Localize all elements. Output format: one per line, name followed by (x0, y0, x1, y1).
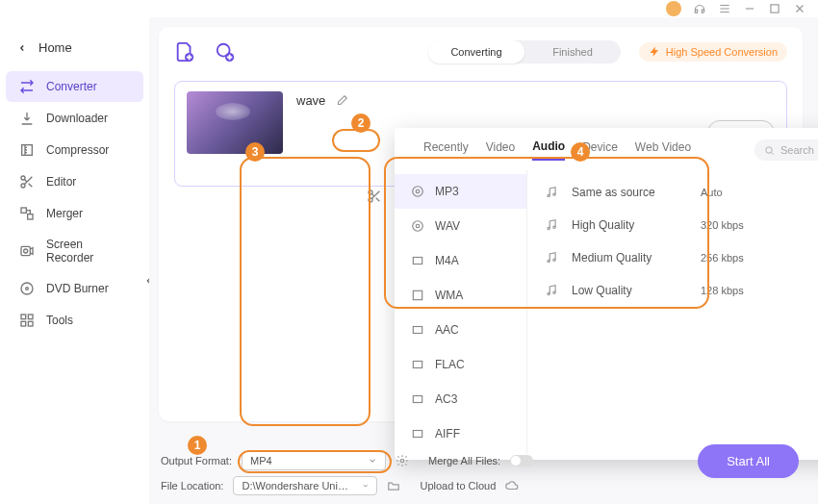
disc-icon (19, 281, 35, 296)
svg-point-9 (26, 288, 29, 290)
merge-label: Merge All Files: (428, 455, 500, 466)
nav-label: Tools (46, 314, 73, 327)
edit-name-icon[interactable] (335, 94, 348, 108)
audio-icon (410, 426, 425, 441)
back-label: Home (38, 40, 72, 55)
chevron-down-icon (362, 481, 369, 491)
sidebar-item-merger[interactable]: Merger (6, 198, 143, 229)
back-home[interactable]: Home (0, 35, 149, 70)
tab-converting[interactable]: Converting (428, 40, 524, 63)
file-location-select[interactable]: D:\Wondershare UniConverter 1 (233, 476, 377, 495)
svg-rect-12 (21, 321, 26, 326)
svg-rect-11 (28, 315, 33, 319)
svg-rect-29 (413, 431, 422, 438)
callout-4: 4 (571, 142, 590, 162)
svg-point-7 (24, 249, 28, 253)
svg-rect-27 (413, 362, 422, 368)
status-toggle: Converting Finished (428, 40, 621, 63)
search-icon (764, 145, 775, 156)
sidebar-item-converter[interactable]: Converter (6, 71, 143, 102)
sidebar-item-screen-recorder[interactable]: Screen Recorder (6, 230, 143, 272)
start-all-button[interactable]: Start All (698, 444, 799, 478)
ring-output-format (238, 450, 392, 473)
tab-finished[interactable]: Finished (524, 40, 621, 63)
high-speed-badge[interactable]: High Speed Conversion (639, 42, 787, 62)
nav-label: Editor (46, 175, 76, 189)
sidebar-item-compressor[interactable]: Compressor (6, 135, 143, 165)
callout-3: 3 (245, 142, 265, 162)
callout-1: 1 (188, 436, 207, 455)
format-ac3[interactable]: AC3 (395, 382, 526, 416)
maximize-icon[interactable] (768, 2, 781, 15)
upload-label: Upload to Cloud (420, 480, 496, 491)
file-location-label: File Location: (161, 480, 223, 491)
recorder-icon (19, 243, 35, 259)
svg-rect-13 (28, 321, 33, 326)
headset-icon[interactable] (693, 2, 706, 15)
svg-point-3 (21, 184, 25, 188)
nav-label: Screen Recorder (46, 238, 130, 265)
close-icon[interactable] (793, 2, 806, 15)
ring-audio-tab (332, 129, 380, 152)
main-area: Converting Finished High Speed Conversio… (149, 17, 818, 504)
nav-label: Downloader (46, 112, 108, 125)
video-thumbnail[interactable] (187, 91, 283, 154)
chevron-left-icon (17, 43, 27, 53)
callout-2: 2 (351, 113, 371, 133)
scissors-icon (19, 174, 35, 189)
minimize-icon[interactable] (743, 2, 756, 15)
add-url-button[interactable] (215, 41, 236, 63)
sidebar-item-tools[interactable]: Tools (6, 305, 143, 336)
folder-icon[interactable] (387, 479, 400, 492)
svg-rect-6 (21, 246, 30, 255)
svg-rect-0 (771, 5, 779, 13)
audio-icon (410, 357, 425, 372)
compressor-icon (19, 142, 35, 158)
ring-format-list (240, 157, 371, 426)
svg-point-38 (400, 459, 404, 463)
grid-icon (19, 313, 35, 328)
sidebar-item-dvd-burner[interactable]: DVD Burner (6, 273, 143, 304)
svg-rect-4 (21, 208, 26, 213)
format-search[interactable]: Search (754, 139, 818, 161)
add-file-button[interactable] (174, 41, 195, 63)
menu-icon[interactable] (718, 2, 731, 15)
svg-rect-26 (413, 327, 422, 334)
download-icon (19, 111, 35, 126)
cloud-icon[interactable] (505, 479, 519, 492)
sidebar: Home Converter Downloader Compressor Edi… (0, 17, 149, 504)
svg-rect-10 (21, 315, 26, 319)
ring-quality-list (384, 157, 709, 309)
nav-label: DVD Burner (46, 282, 109, 295)
top-row: Converting Finished High Speed Conversio… (174, 40, 787, 63)
audio-icon (410, 322, 425, 338)
bolt-icon (649, 46, 660, 58)
sidebar-item-editor[interactable]: Editor (6, 166, 143, 197)
titlebar (0, 0, 818, 17)
svg-point-19 (766, 146, 772, 152)
format-flac[interactable]: FLAC (395, 347, 526, 382)
format-aac[interactable]: AAC (395, 313, 526, 347)
file-name: wave (296, 93, 325, 108)
nav-label: Merger (46, 207, 83, 220)
nav-label: Converter (46, 80, 97, 93)
user-avatar[interactable] (666, 1, 681, 16)
nav-label: Compressor (46, 143, 109, 157)
audio-icon (410, 391, 425, 407)
svg-rect-28 (413, 396, 422, 403)
svg-point-8 (21, 283, 33, 294)
gear-icon[interactable] (396, 454, 409, 467)
merge-toggle[interactable] (510, 455, 533, 466)
svg-point-2 (21, 176, 25, 180)
converter-icon (19, 79, 35, 94)
merger-icon (19, 206, 35, 221)
svg-rect-5 (28, 214, 33, 219)
sidebar-item-downloader[interactable]: Downloader (6, 103, 143, 134)
format-aiff[interactable]: AIFF (395, 416, 526, 451)
output-format-label: Output Format: (161, 455, 232, 466)
